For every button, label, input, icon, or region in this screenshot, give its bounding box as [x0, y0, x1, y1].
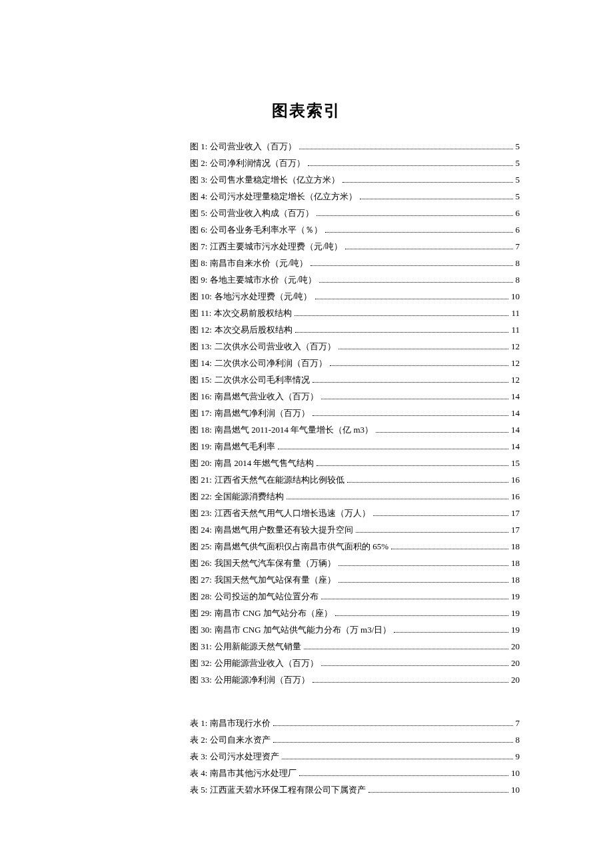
- leader-dots: [321, 399, 508, 399]
- figure-text: 南昌市 CNG 加气站供气能力分布（万 m3/日）: [215, 621, 391, 638]
- leader-dots: [321, 599, 508, 599]
- figure-entry[interactable]: 图 18:南昌燃气 2011-2014 年气量增长（亿 m3）14: [190, 421, 520, 438]
- leader-dots: [273, 725, 512, 726]
- figure-entry[interactable]: 图 28:公司投运的加气站位置分布19: [190, 588, 520, 605]
- figure-prefix: 图 13:: [190, 338, 212, 355]
- figure-entry[interactable]: 图 19:南昌燃气毛利率14: [190, 438, 520, 455]
- figure-entry[interactable]: 图 12:本次交易后股权结构11: [190, 321, 520, 338]
- figure-page: 7: [516, 238, 520, 255]
- leader-dots: [312, 382, 508, 383]
- leader-dots: [282, 759, 512, 759]
- figure-entry[interactable]: 图 4:公司污水处理量稳定增长（亿立方米）5: [190, 188, 520, 205]
- figure-entry[interactable]: 图 15:二次供水公司毛利率情况12: [190, 371, 520, 388]
- figure-entry[interactable]: 图 25:南昌燃气供气面积仅占南昌市供气面积的 65%18: [190, 538, 520, 555]
- figure-text: 江西主要城市污水处理费（元/吨）: [210, 238, 342, 255]
- figure-entry[interactable]: 图 26:我国天然气汽车保有量（万辆）18: [190, 555, 520, 571]
- figure-page: 12: [511, 355, 520, 371]
- leader-dots: [278, 449, 508, 449]
- leader-dots: [319, 282, 513, 283]
- table-entry[interactable]: 表 1:南昌市现行水价7: [190, 715, 520, 731]
- table-page: 9: [516, 748, 520, 765]
- leader-dots: [321, 665, 508, 666]
- table-page: 8: [516, 731, 520, 748]
- figure-text: 南昌市 CNG 加气站分布（座）: [215, 605, 332, 621]
- table-of-contents: 图 1:公司营业收入（百万）5图 2:公司净利润情况（百万）5图 3:公司售水量…: [53, 138, 560, 798]
- figure-page: 5: [516, 188, 520, 205]
- leader-dots: [299, 775, 508, 776]
- figure-text: 南昌燃气用户数量还有较大提升空间: [215, 521, 353, 538]
- figure-entry[interactable]: 图 17:南昌燃气净利润（百万）14: [190, 405, 520, 421]
- figure-page: 19: [511, 605, 520, 621]
- leader-dots: [360, 199, 512, 199]
- leader-dots: [394, 632, 508, 633]
- figure-prefix: 图 19:: [190, 438, 212, 455]
- figure-page: 6: [516, 221, 520, 238]
- figure-entry[interactable]: 图 31:公用新能源天然气销量20: [190, 638, 520, 655]
- leader-dots: [325, 232, 512, 233]
- figure-entry[interactable]: 图 9:各地主要城市水价（元/吨）8: [190, 271, 520, 288]
- figure-entry[interactable]: 图 29:南昌市 CNG 加气站分布（座）19: [190, 605, 520, 621]
- leader-dots: [312, 682, 508, 683]
- figure-page: 5: [516, 171, 520, 188]
- figure-entry[interactable]: 图 30:南昌市 CNG 加气站供气能力分布（万 m3/日）19: [190, 621, 520, 638]
- leader-dots: [338, 565, 508, 566]
- figure-text: 二次供水公司净利润（百万）: [215, 355, 327, 371]
- leader-dots: [342, 182, 512, 183]
- figure-prefix: 图 9:: [190, 271, 207, 288]
- figure-entry[interactable]: 图 10:各地污水处理费（元/吨）10: [190, 288, 520, 305]
- figure-text: 我国天然气汽车保有量（万辆）: [215, 555, 336, 571]
- figure-entry[interactable]: 图 11:本次交易前股权结构11: [190, 305, 520, 321]
- table-page: 10: [511, 765, 520, 781]
- figure-entry[interactable]: 图 8:南昌市自来水价（元/吨）8: [190, 255, 520, 271]
- table-entry[interactable]: 表 5:江西蓝天碧水环保工程有限公司下属资产10: [190, 781, 520, 798]
- figure-text: 南昌燃气供气面积仅占南昌市供气面积的 65%: [215, 538, 388, 555]
- figure-prefix: 图 23:: [190, 505, 212, 521]
- figure-entry[interactable]: 图 32:公用能源营业收入（百万）20: [190, 655, 520, 671]
- figure-text: 本次交易前股权结构: [214, 305, 292, 321]
- table-entry[interactable]: 表 4:南昌市其他污水处理厂10: [190, 765, 520, 781]
- table-prefix: 表 2:: [190, 731, 207, 748]
- figure-prefix: 图 14:: [190, 355, 212, 371]
- figure-page: 5: [516, 138, 520, 155]
- section-separator: [190, 688, 520, 715]
- table-entry[interactable]: 表 2:公司自来水资产8: [190, 731, 520, 748]
- figure-entry[interactable]: 图 27:我国天然气加气站保有量（座）18: [190, 571, 520, 588]
- figure-prefix: 图 31:: [190, 638, 212, 655]
- leader-dots: [345, 249, 513, 249]
- figure-entry[interactable]: 图 5:公司营业收入构成（百万）6: [190, 205, 520, 221]
- figure-text: 公用能源营业收入（百万）: [215, 655, 318, 671]
- figure-prefix: 图 12:: [190, 321, 212, 338]
- table-page: 7: [516, 715, 520, 731]
- figure-entry[interactable]: 图 1:公司营业收入（百万）5: [190, 138, 520, 155]
- figure-prefix: 图 2:: [190, 155, 207, 171]
- figure-text: 江西省天然气在能源结构比例较低: [215, 471, 344, 488]
- figure-entry[interactable]: 图 24:南昌燃气用户数量还有较大提升空间17: [190, 521, 520, 538]
- figure-entry[interactable]: 图 3:公司售水量稳定增长（亿立方米）5: [190, 171, 520, 188]
- table-text: 公司污水处理资产: [210, 748, 279, 765]
- figure-page: 20: [511, 671, 520, 688]
- figure-prefix: 图 24:: [190, 521, 212, 538]
- figure-page: 17: [511, 521, 520, 538]
- figure-page: 14: [511, 438, 520, 455]
- figure-page: 12: [511, 371, 520, 388]
- figure-entry[interactable]: 图 13:二次供水公司营业收入（百万）12: [190, 338, 520, 355]
- figure-prefix: 图 27:: [190, 571, 212, 588]
- figure-prefix: 图 33:: [190, 671, 212, 688]
- figure-text: 公司净利润情况（百万）: [210, 155, 305, 171]
- figure-entry[interactable]: 图 7:江西主要城市污水处理费（元/吨）7: [190, 238, 520, 255]
- table-entry[interactable]: 表 3:公司污水处理资产9: [190, 748, 520, 765]
- figure-entry[interactable]: 图 22:全国能源消费结构16: [190, 488, 520, 505]
- figure-entry[interactable]: 图 14:二次供水公司净利润（百万）12: [190, 355, 520, 371]
- figure-entry[interactable]: 图 33:公用能源净利润（百万）20: [190, 671, 520, 688]
- table-text: 江西蓝天碧水环保工程有限公司下属资产: [210, 781, 366, 798]
- figure-entry[interactable]: 图 20:南昌 2014 年燃气售气结构15: [190, 455, 520, 471]
- figure-prefix: 图 26:: [190, 555, 212, 571]
- figure-page: 11: [511, 305, 520, 321]
- figure-entry[interactable]: 图 2:公司净利润情况（百万）5: [190, 155, 520, 171]
- leader-dots: [338, 349, 508, 349]
- figure-entry[interactable]: 图 21:江西省天然气在能源结构比例较低16: [190, 471, 520, 488]
- figure-entry[interactable]: 图 6:公司各业务毛利率水平（％）6: [190, 221, 520, 238]
- figure-text: 公司售水量稳定增长（亿立方米）: [210, 171, 340, 188]
- figure-entry[interactable]: 图 16:南昌燃气营业收入（百万）14: [190, 388, 520, 405]
- figure-entry[interactable]: 图 23:江西省天然气用气人口增长迅速（万人）17: [190, 505, 520, 521]
